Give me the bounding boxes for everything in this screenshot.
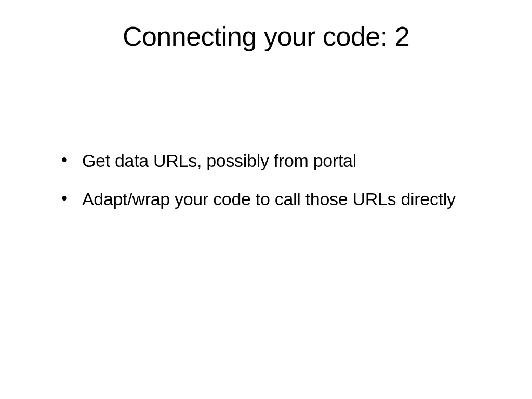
- bullet-icon: •: [61, 189, 68, 207]
- slide-container: Connecting your code: 2 • Get data URLs,…: [0, 0, 532, 399]
- bullet-list: • Get data URLs, possibly from portal • …: [61, 150, 480, 226]
- bullet-text: Get data URLs, possibly from portal: [82, 150, 356, 172]
- bullet-icon: •: [61, 151, 68, 168]
- list-item: • Adapt/wrap your code to call those URL…: [61, 188, 480, 211]
- bullet-text: Adapt/wrap your code to call those URLs …: [82, 188, 456, 211]
- slide-title: Connecting your code: 2: [0, 21, 532, 52]
- list-item: • Get data URLs, possibly from portal: [61, 150, 480, 172]
